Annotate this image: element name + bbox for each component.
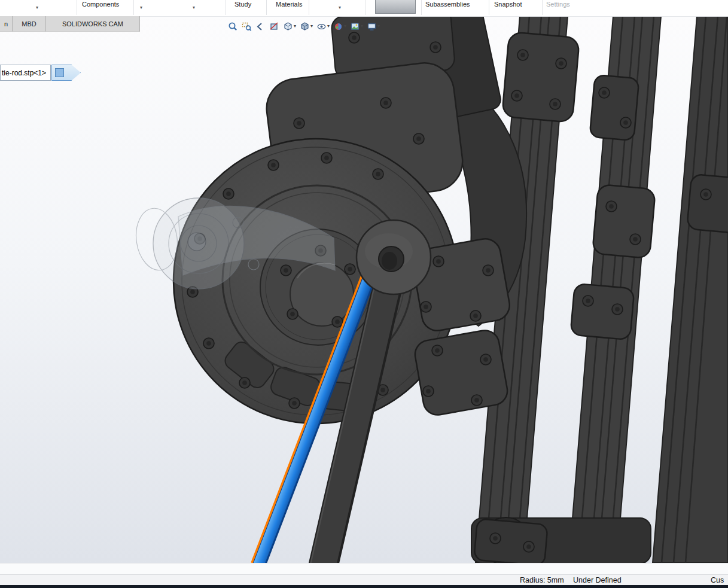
ribbon-separator [133, 0, 134, 15]
ribbon-group-snapshot[interactable]: Snapshot [494, 1, 522, 8]
viewport-lower-band [0, 563, 728, 575]
ribbon-dropdown-caret[interactable]: ▾ [140, 5, 142, 10]
tab-mbd[interactable]: MBD [13, 16, 46, 32]
previous-view-button[interactable] [254, 20, 267, 33]
zoom-to-fit-icon [228, 22, 238, 32]
dropdown-caret[interactable]: ▾ [344, 24, 346, 29]
zoom-to-area-button[interactable] [240, 20, 254, 33]
view-orientation-button[interactable]: ▾ [281, 20, 298, 33]
ribbon-separator [365, 0, 365, 15]
selection-callout: tie-rod.stp<1> [0, 65, 81, 81]
ribbon-separator [77, 0, 77, 15]
ribbon-dropdown-caret[interactable]: ▾ [339, 5, 341, 10]
command-manager-tabs: n MBD SOLIDWORKS CAM [0, 16, 140, 31]
ribbon-separator [542, 0, 543, 15]
edit-appearance-icon [333, 22, 343, 32]
component-icon [55, 68, 64, 77]
tab-solidworks-cam[interactable]: SOLIDWORKS CAM [46, 16, 140, 32]
zoom-to-fit-button[interactable] [226, 20, 240, 33]
ribbon-group-subassemblies[interactable]: Subassemblies [425, 1, 470, 8]
zoom-to-area-icon [242, 22, 252, 32]
section-view-icon [269, 22, 279, 32]
ribbon-separator [421, 0, 422, 15]
heads-up-view-toolbar: ▾ ▾ ▾ ▾ ▾ [226, 20, 382, 33]
ribbon-separator [266, 0, 267, 15]
dropdown-caret[interactable]: ▾ [361, 24, 363, 29]
apply-scene-button[interactable]: ▾ [348, 20, 365, 33]
view-settings-button[interactable]: ▾ [365, 20, 382, 33]
ribbon-group-study[interactable]: Study [234, 1, 251, 8]
dropdown-caret[interactable]: ▾ [327, 24, 330, 29]
tab-motion-partial[interactable]: n [0, 16, 13, 32]
apply-scene-icon [350, 22, 360, 32]
selection-callout-tag[interactable] [51, 65, 81, 81]
standoff-boss[interactable] [357, 220, 431, 294]
ribbon-group-settings: Settings [546, 1, 570, 8]
ribbon-group-components[interactable]: Components [82, 1, 119, 8]
status-definition-state: Under Defined [573, 576, 622, 584]
edit-appearance-button[interactable]: ▾ [331, 20, 348, 33]
selection-callout-label[interactable]: tie-rod.stp<1> [0, 65, 51, 81]
hide-show-items-button[interactable]: ▾ [315, 20, 331, 33]
section-view-button[interactable] [267, 20, 281, 33]
view-settings-icon [367, 22, 377, 32]
dropdown-caret[interactable]: ▾ [310, 24, 313, 29]
assembly-model[interactable] [0, 16, 728, 563]
status-measurement: Radius: 5mm [520, 576, 564, 584]
ribbon: Components Study Materials Subassemblies… [0, 0, 728, 17]
ribbon-separator [226, 0, 226, 15]
hide-show-items-icon [316, 22, 327, 32]
ribbon-pressed-button[interactable] [375, 0, 416, 14]
ribbon-dropdown-caret[interactable]: ▾ [36, 5, 38, 10]
status-right-text: Cus [711, 576, 724, 584]
display-style-icon [300, 22, 310, 32]
dropdown-caret[interactable]: ▾ [294, 24, 296, 29]
ribbon-separator [489, 0, 489, 15]
display-style-button[interactable]: ▾ [298, 20, 315, 33]
ribbon-dropdown-caret[interactable]: ▾ [193, 5, 195, 10]
ribbon-group-materials[interactable]: Materials [276, 1, 303, 8]
taskbar-edge [0, 585, 728, 588]
status-bar: Radius: 5mm Under Defined Cus [0, 574, 728, 586]
dropdown-caret[interactable]: ▾ [377, 24, 380, 29]
graphics-area[interactable]: ▾ ▾ ▾ ▾ ▾ [0, 16, 728, 563]
ribbon-separator [309, 0, 309, 15]
previous-view-icon [255, 22, 266, 32]
view-orientation-icon [283, 22, 293, 32]
